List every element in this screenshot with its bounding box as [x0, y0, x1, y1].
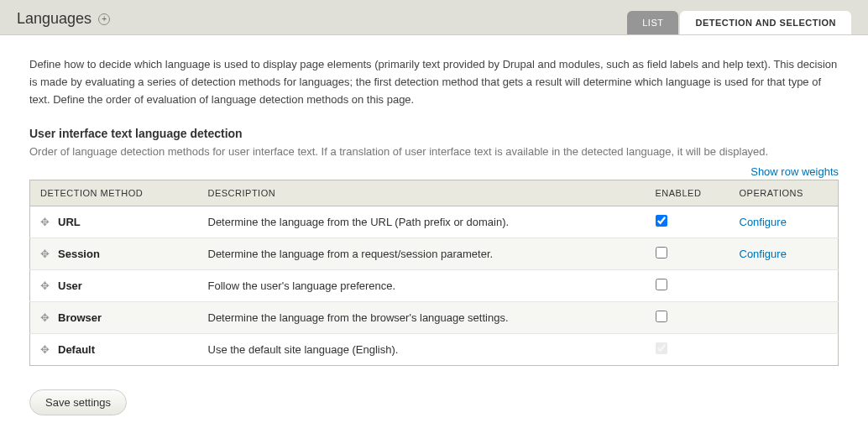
description-cell: Use the default site language (English).	[198, 333, 646, 365]
table-row[interactable]: ✥SessionDetermine the language from a re…	[30, 238, 839, 269]
description-cell: Determine the language from a request/se…	[198, 238, 646, 269]
method-name: Default	[58, 343, 95, 356]
show-row-weights-link[interactable]: Show row weights	[750, 165, 839, 178]
intro-text: Define how to decide which language is u…	[29, 56, 839, 108]
description-cell: Determine the language from the URL (Pat…	[198, 206, 646, 238]
operations-cell: Configure	[729, 238, 839, 269]
description-cell: Follow the user's language preference.	[198, 269, 646, 301]
drag-handle-icon[interactable]: ✥	[40, 216, 50, 228]
section-desc: Order of language detection methods for …	[29, 144, 839, 160]
method-name: Browser	[58, 311, 102, 324]
content: Define how to decide which language is u…	[0, 35, 868, 423]
enabled-cell	[646, 301, 729, 333]
table-row[interactable]: ✥DefaultUse the default site language (E…	[30, 333, 839, 365]
operations-cell	[729, 333, 839, 365]
method-cell: ✥Browser	[30, 301, 198, 333]
th-operations: OPERATIONS	[729, 180, 839, 206]
operations-cell	[729, 269, 839, 301]
operations-cell: Configure	[729, 206, 839, 238]
drag-handle-icon[interactable]: ✥	[40, 311, 50, 324]
tabs: LIST DETECTION AND SELECTION	[627, 11, 851, 34]
th-description: DESCRIPTION	[198, 180, 646, 206]
enabled-checkbox[interactable]	[656, 279, 667, 290]
drag-handle-icon[interactable]: ✥	[40, 343, 50, 356]
save-button[interactable]: Save settings	[29, 389, 127, 415]
method-name: Session	[58, 248, 100, 260]
tab-list[interactable]: LIST	[627, 11, 678, 34]
table-row[interactable]: ✥UserFollow the user's language preferen…	[30, 269, 839, 301]
enabled-checkbox[interactable]	[656, 247, 667, 258]
detection-table: DETECTION METHOD DESCRIPTION ENABLED OPE…	[29, 180, 839, 366]
tab-detection[interactable]: DETECTION AND SELECTION	[680, 11, 851, 34]
show-row-weights: Show row weights	[29, 165, 839, 178]
enabled-cell	[646, 269, 729, 301]
plus-icon[interactable]: +	[98, 13, 110, 25]
enabled-cell	[646, 238, 729, 269]
enabled-cell	[646, 206, 729, 238]
drag-handle-icon[interactable]: ✥	[40, 248, 50, 260]
enabled-checkbox	[656, 342, 667, 354]
method-cell: ✥Default	[30, 333, 198, 365]
enabled-checkbox[interactable]	[656, 215, 667, 227]
drag-handle-icon[interactable]: ✥	[40, 279, 50, 292]
description-cell: Determine the language from the browser'…	[198, 301, 646, 333]
page-title-text: Languages	[17, 10, 92, 28]
configure-link[interactable]: Configure	[740, 216, 787, 228]
method-cell: ✥URL	[30, 206, 198, 238]
method-name: URL	[58, 216, 81, 228]
page-title: Languages +	[17, 10, 110, 34]
table-row[interactable]: ✥URLDetermine the language from the URL …	[30, 206, 839, 238]
th-enabled: ENABLED	[646, 180, 729, 206]
table-row[interactable]: ✥BrowserDetermine the language from the …	[30, 301, 839, 333]
method-name: User	[58, 279, 82, 292]
header-bar: Languages + LIST DETECTION AND SELECTION	[0, 0, 868, 35]
th-method: DETECTION METHOD	[30, 180, 198, 206]
enabled-checkbox[interactable]	[656, 311, 667, 322]
enabled-cell	[646, 333, 729, 365]
operations-cell	[729, 301, 839, 333]
configure-link[interactable]: Configure	[740, 248, 787, 260]
method-cell: ✥Session	[30, 238, 198, 269]
method-cell: ✥User	[30, 269, 198, 301]
section-title: User interface text language detection	[29, 127, 839, 140]
